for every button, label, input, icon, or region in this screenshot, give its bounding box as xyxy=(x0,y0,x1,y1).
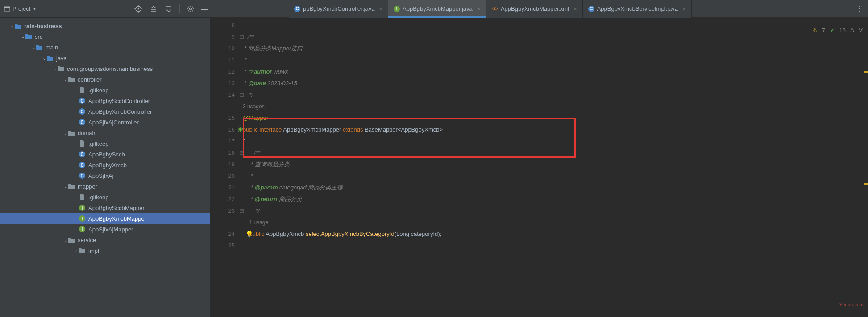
chevron-icon[interactable]: › xyxy=(74,248,79,253)
hide-icon[interactable]: — xyxy=(201,5,208,12)
code-line[interactable]: ⊟ */ xyxy=(243,89,868,101)
code-line[interactable]: public interface AppBgbyXmcbMapper exten… xyxy=(243,124,868,136)
tree-row[interactable]: IAppSjfxAjMapper xyxy=(0,224,210,235)
code-line[interactable]: * @date 2023-02-15 xyxy=(243,78,868,89)
editor-tab[interactable]: </>AppBgbyXmcbMapper.xml× xyxy=(486,0,582,18)
line-number[interactable]: 25 xyxy=(210,240,235,251)
tree-row[interactable]: CAppSjfxAj xyxy=(0,170,210,181)
line-number[interactable]: 9 xyxy=(210,31,235,43)
gutter[interactable]: 8910111213141516❀1718192021222324💡25 xyxy=(210,18,243,317)
project-tool-window-header[interactable]: Project ▾ xyxy=(0,5,134,12)
line-number[interactable]: 16❀ xyxy=(210,124,235,136)
inspections-widget[interactable]: ⚠ 7 ✔ 18 ᐱ ᐯ xyxy=(812,27,863,33)
code-line[interactable]: * 商品分类Mapper接口 xyxy=(243,43,868,54)
tree-row[interactable]: ⌄java xyxy=(0,53,210,63)
close-icon[interactable]: × xyxy=(573,5,577,12)
code-line[interactable]: 3 usages xyxy=(243,101,868,112)
chevron-icon[interactable]: ⌄ xyxy=(63,77,68,82)
code-line[interactable] xyxy=(243,240,868,251)
code-line[interactable]: * @return 商品分类 xyxy=(243,193,868,205)
tree-row[interactable]: ⌄rain-business xyxy=(0,21,210,31)
tree-row[interactable]: ⌄mapper xyxy=(0,181,210,192)
expand-all-icon[interactable] xyxy=(149,4,158,13)
code-line[interactable]: * @param categoryId 商品分类主键 xyxy=(243,182,868,193)
chevron-down-icon[interactable]: ▾ xyxy=(32,6,37,11)
close-icon[interactable]: × xyxy=(379,5,382,12)
tree-row[interactable]: .gitkeep xyxy=(0,192,210,202)
chevron-down-icon[interactable]: ᐯ xyxy=(859,27,863,33)
tree-row[interactable]: ⌄main xyxy=(0,42,210,53)
code-line[interactable]: { xyxy=(243,136,868,147)
code-line[interactable]: @Mapper xyxy=(243,112,868,124)
code-line[interactable]: ⊟ */ xyxy=(243,205,868,217)
tree-row[interactable]: CAppBgbySccbController xyxy=(0,95,210,106)
editor-tab[interactable]: CppBgbyXmcbController.java× xyxy=(289,0,388,18)
line-number[interactable]: 14 xyxy=(210,89,235,101)
line-number[interactable]: 10 xyxy=(210,43,235,54)
code-line[interactable]: public AppBgbyXmcb selectAppBgbyXmcbByCa… xyxy=(243,228,868,240)
chevron-icon[interactable]: ⌄ xyxy=(53,66,57,71)
code-area[interactable]: ⊟/** * 商品分类Mapper接口 * * @author wuwx * @… xyxy=(243,18,868,317)
settings-icon[interactable] xyxy=(186,4,195,13)
line-number[interactable]: 22 xyxy=(210,193,235,205)
tree-row[interactable]: CAppBgbyXmcb xyxy=(0,160,210,170)
line-number[interactable] xyxy=(210,101,235,112)
line-number[interactable]: 19 xyxy=(210,159,235,170)
line-number[interactable]: 8 xyxy=(210,20,235,31)
tree-row[interactable]: .gitkeep xyxy=(0,138,210,149)
chevron-up-icon[interactable]: ᐱ xyxy=(850,27,854,33)
chevron-icon[interactable]: ⌄ xyxy=(63,184,68,189)
line-number[interactable]: 13 xyxy=(210,78,235,89)
collapse-all-icon[interactable] xyxy=(164,4,173,13)
code-line[interactable] xyxy=(243,20,868,31)
editor-tab[interactable]: IAppBgbyXmcbMapper.java× xyxy=(388,0,486,18)
tree-row[interactable]: CAppSjfxAjController xyxy=(0,117,210,128)
code-line[interactable]: ⊟ /** xyxy=(243,147,868,159)
code-line[interactable]: ⊟/** xyxy=(243,31,868,43)
line-number[interactable]: 21 xyxy=(210,182,235,193)
line-number[interactable]: 12 xyxy=(210,66,235,78)
code-line[interactable]: * xyxy=(243,54,868,66)
line-number[interactable]: 20 xyxy=(210,170,235,182)
tree-row[interactable]: ⌄domain xyxy=(0,128,210,138)
code-line[interactable]: * @author wuwx xyxy=(243,66,868,78)
editor[interactable]: 8910111213141516❀1718192021222324💡25 ⊟/*… xyxy=(210,18,868,317)
line-number[interactable]: 24💡 xyxy=(210,228,235,240)
chevron-icon[interactable]: ⌄ xyxy=(42,56,46,61)
more-icon[interactable]: ⋮ xyxy=(855,4,864,13)
tree-row[interactable]: CAppBgbySccb xyxy=(0,149,210,160)
code-line[interactable]: 1 usage xyxy=(243,217,868,228)
tree-label: .gitkeep xyxy=(88,194,109,201)
close-icon[interactable]: × xyxy=(477,5,481,12)
line-number[interactable] xyxy=(210,217,235,228)
xml-icon: </> xyxy=(491,6,498,11)
chevron-icon[interactable]: ⌄ xyxy=(10,24,14,29)
code-line[interactable]: * xyxy=(243,170,868,182)
tree-row[interactable]: IAppBgbySccbMapper xyxy=(0,202,210,213)
tree-row[interactable]: .gitkeep xyxy=(0,85,210,95)
tree-row[interactable]: ⌄controller xyxy=(0,74,210,85)
line-number[interactable]: 17 xyxy=(210,136,235,147)
tab-label: AppBgbyXmcbMapper.java xyxy=(403,5,473,12)
project-tree[interactable]: ⌄rain-business⌄src⌄main⌄java⌄com.groupwi… xyxy=(0,18,210,317)
tree-row[interactable]: ⌄src xyxy=(0,31,210,42)
tree-label: main xyxy=(46,44,58,51)
editor-tab[interactable]: CAppBgbyXmcbServiceImpl.java× xyxy=(583,0,692,18)
code-line[interactable]: * 查询商品分类 xyxy=(243,159,868,170)
line-number[interactable]: 23 xyxy=(210,205,235,217)
chevron-icon[interactable]: ⌄ xyxy=(21,34,25,39)
tree-row[interactable]: IAppBgbyXmcbMapper xyxy=(0,213,210,224)
tree-row[interactable]: ⌄com.groupwisdoms.rain.business xyxy=(0,63,210,74)
line-number[interactable]: 11 xyxy=(210,54,235,66)
close-icon[interactable]: × xyxy=(682,5,686,12)
node-icon: I xyxy=(79,226,86,233)
chevron-icon[interactable]: ⌄ xyxy=(63,131,68,136)
line-number[interactable]: 18 xyxy=(210,147,235,159)
tree-row[interactable]: ⌄service xyxy=(0,235,210,245)
locate-icon[interactable] xyxy=(134,4,143,13)
tree-row[interactable]: CAppBgbyXmcbController xyxy=(0,106,210,117)
line-number[interactable]: 15 xyxy=(210,112,235,124)
chevron-icon[interactable]: ⌄ xyxy=(31,45,36,50)
tree-row[interactable]: ›impl xyxy=(0,245,210,256)
chevron-icon[interactable]: ⌄ xyxy=(63,238,68,243)
